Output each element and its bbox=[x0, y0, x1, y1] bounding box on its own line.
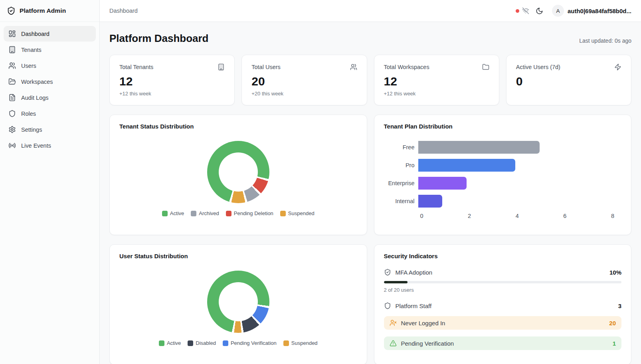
chart-title: Tenant Status Distribution bbox=[119, 123, 357, 130]
settings-icon bbox=[8, 126, 16, 133]
sidebar-item-label: Workspaces bbox=[21, 79, 53, 85]
user-x-icon bbox=[390, 319, 397, 326]
bar-track bbox=[418, 177, 613, 190]
shield-icon bbox=[384, 302, 391, 309]
sidebar-item-tenants[interactable]: Tenants bbox=[4, 42, 96, 57]
security-row-label: Pending Verification bbox=[401, 340, 454, 347]
legend-label: Disabled bbox=[196, 340, 216, 346]
legend-swatch bbox=[283, 340, 289, 346]
legend-item-pending-deletion[interactable]: Pending Deletion bbox=[226, 210, 273, 216]
legend-item-pending-verification[interactable]: Pending Verification bbox=[223, 340, 277, 346]
legend-item-active[interactable]: Active bbox=[159, 340, 181, 346]
tenant-plan-x-axis: 02468 bbox=[422, 213, 613, 221]
bar-category-label: Free bbox=[384, 144, 418, 150]
tenant-status-donut bbox=[207, 141, 269, 203]
security-row-label: Platform Staff bbox=[396, 303, 432, 309]
mfa-value: 10% bbox=[609, 269, 621, 276]
security-row-value: 3 bbox=[618, 303, 621, 309]
sidebar-item-users[interactable]: Users bbox=[4, 58, 96, 73]
page-content: Platform Dashboard Last updated: 0s ago … bbox=[100, 22, 641, 364]
legend-label: Pending Deletion bbox=[234, 210, 273, 216]
legend-swatch bbox=[223, 340, 228, 346]
legend-item-suspended[interactable]: Suspended bbox=[280, 210, 315, 216]
stat-card-header: Total Workspaces bbox=[384, 63, 489, 71]
stat-label: Active Users (7d) bbox=[516, 64, 560, 70]
sidebar-item-live-events[interactable]: Live Events bbox=[4, 138, 96, 153]
x-axis-tick: 4 bbox=[516, 213, 519, 219]
bar-category-label: Internal bbox=[384, 198, 418, 204]
legend-swatch bbox=[226, 211, 231, 216]
moon-icon[interactable] bbox=[536, 7, 543, 15]
x-axis-tick: 0 bbox=[420, 213, 423, 219]
alert-triangle-icon bbox=[390, 340, 397, 347]
stat-sub bbox=[516, 91, 621, 97]
stat-sub: +12 this week bbox=[384, 91, 489, 97]
security-title: Security Indicators bbox=[384, 253, 622, 259]
stat-label: Total Workspaces bbox=[384, 64, 429, 70]
sidebar-item-label: Users bbox=[21, 63, 36, 69]
file-text-icon bbox=[8, 94, 16, 101]
sidebar-nav: DashboardTenantsUsersWorkspacesAudit Log… bbox=[0, 22, 99, 157]
user-status-chart-card: User Status Distribution ActiveDisabledP… bbox=[109, 244, 367, 364]
stat-sub: +20 this week bbox=[251, 91, 357, 97]
page-head: Platform Dashboard Last updated: 0s ago bbox=[109, 31, 631, 45]
page-title: Platform Dashboard bbox=[109, 32, 209, 45]
tenant-plan-bars: FreeProEnterpriseInternal bbox=[384, 141, 622, 208]
bar-track bbox=[418, 141, 613, 154]
stat-card-total-workspaces: Total Workspaces12+12 this week bbox=[374, 55, 499, 105]
sidebar-item-label: Audit Logs bbox=[21, 95, 49, 101]
layout-dashboard-icon bbox=[8, 30, 16, 38]
stat-card-header: Active Users (7d) bbox=[516, 63, 621, 71]
bar-row-pro: Pro bbox=[384, 159, 622, 172]
stat-card-total-users: Total Users20+20 this week bbox=[241, 55, 367, 105]
legend-swatch bbox=[191, 211, 196, 216]
sidebar-item-audit-logs[interactable]: Audit Logs bbox=[4, 90, 96, 105]
sidebar: Platform Admin DashboardTenantsUsersWork… bbox=[0, 0, 100, 364]
folder-icon bbox=[482, 63, 489, 71]
sidebar-item-workspaces[interactable]: Workspaces bbox=[4, 74, 96, 89]
folder-open-icon bbox=[8, 78, 16, 85]
bar-fill bbox=[418, 159, 516, 172]
user-name[interactable]: auth0|69a84faf58b0d... bbox=[568, 8, 631, 14]
stat-card-header: Total Users bbox=[251, 63, 357, 71]
mfa-sub: 2 of 20 users bbox=[384, 287, 622, 293]
sidebar-item-label: Settings bbox=[21, 127, 42, 133]
shield-icon bbox=[8, 110, 16, 117]
legend-label: Suspended bbox=[291, 340, 318, 346]
sidebar-item-roles[interactable]: Roles bbox=[4, 106, 96, 121]
main-area: Dashboard A auth0|69a84faf58b0d... Platf… bbox=[100, 0, 641, 364]
avatar[interactable]: A bbox=[552, 5, 564, 17]
stats-grid: Total Tenants12+12 this weekTotal Users2… bbox=[109, 55, 631, 105]
stat-card-active-users-7d-: Active Users (7d)0 bbox=[506, 55, 631, 105]
x-axis-tick: 6 bbox=[563, 213, 566, 219]
legend-item-active[interactable]: Active bbox=[162, 210, 184, 216]
stat-value: 12 bbox=[119, 75, 225, 88]
bar-category-label: Enterprise bbox=[384, 180, 418, 186]
user-status-donut bbox=[207, 271, 269, 333]
sidebar-item-settings[interactable]: Settings bbox=[4, 122, 96, 137]
legend-label: Active bbox=[167, 340, 181, 346]
x-axis-tick: 8 bbox=[611, 213, 614, 219]
stat-sub: +12 this week bbox=[119, 91, 225, 97]
legend-swatch bbox=[280, 211, 286, 216]
legend-item-suspended[interactable]: Suspended bbox=[283, 340, 318, 346]
bar-row-enterprise: Enterprise bbox=[384, 177, 622, 190]
stat-card-header: Total Tenants bbox=[119, 63, 225, 71]
users-icon bbox=[8, 62, 16, 69]
legend-item-disabled[interactable]: Disabled bbox=[188, 340, 216, 346]
legend-label: Archived bbox=[199, 210, 219, 216]
chart-title: Tenant Plan Distribution bbox=[384, 123, 622, 130]
tenant-plan-chart-card: Tenant Plan Distribution FreeProEnterpri… bbox=[374, 115, 632, 235]
breadcrumb[interactable]: Dashboard bbox=[109, 8, 138, 14]
security-indicators-card: Security Indicators MFA Adoption 10% 2 o… bbox=[374, 244, 632, 364]
stat-value: 0 bbox=[516, 75, 621, 88]
user-status-donut-wrap: ActiveDisabledPending VerificationSuspen… bbox=[119, 259, 357, 346]
building-icon bbox=[218, 63, 225, 71]
users-icon bbox=[350, 63, 357, 71]
sidebar-item-label: Tenants bbox=[21, 47, 42, 53]
stat-value: 20 bbox=[251, 75, 357, 88]
x-axis-tick: 2 bbox=[468, 213, 471, 219]
security-row-pending-verification: Pending Verification1 bbox=[384, 336, 622, 350]
legend-item-archived[interactable]: Archived bbox=[191, 210, 219, 216]
sidebar-item-dashboard[interactable]: Dashboard bbox=[4, 26, 96, 42]
